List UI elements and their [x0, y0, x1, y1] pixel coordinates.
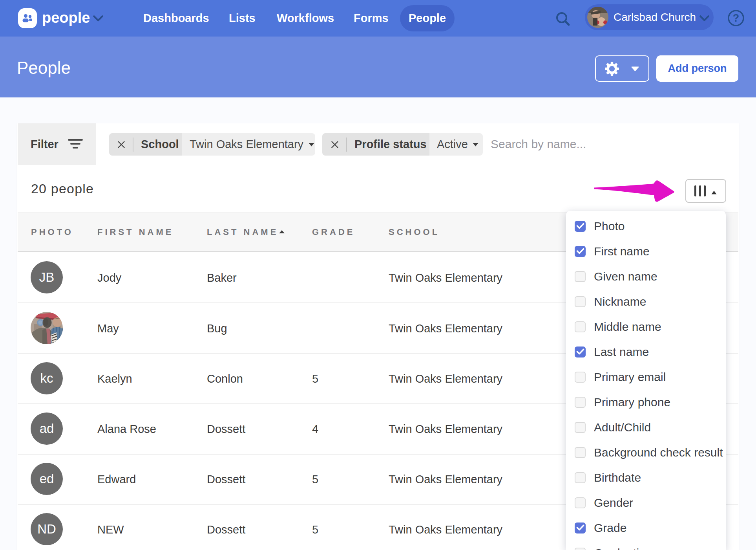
svg-text:?: ?: [733, 12, 740, 24]
